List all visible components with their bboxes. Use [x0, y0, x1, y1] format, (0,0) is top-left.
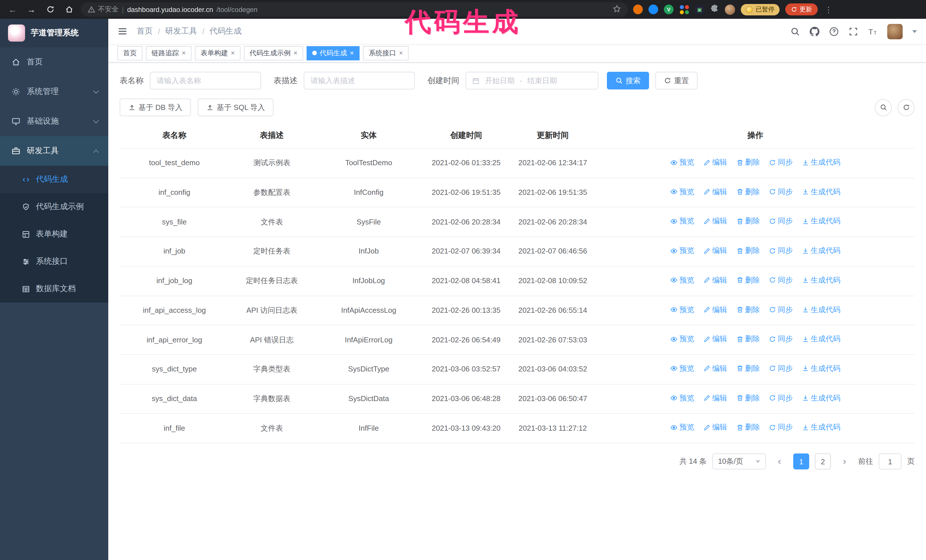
preview-link[interactable]: 预览 [670, 186, 694, 198]
edit-link[interactable]: 编辑 [703, 333, 727, 345]
tab-form-builder[interactable]: 表单构建× [195, 46, 241, 60]
extension-icon-multicolor[interactable] [679, 5, 689, 14]
sync-link[interactable]: 同步 [769, 422, 793, 433]
generate-code-link[interactable]: 生成代码 [802, 216, 841, 227]
sidebar-item-dev-tools[interactable]: 研发工具 [0, 136, 108, 166]
font-size-icon[interactable]: TT [868, 27, 878, 36]
preview-link[interactable]: 预览 [670, 157, 694, 168]
close-icon[interactable]: × [399, 50, 403, 56]
delete-link[interactable]: 删除 [736, 275, 760, 286]
sync-link[interactable]: 同步 [769, 363, 793, 374]
generate-code-link[interactable]: 生成代码 [802, 186, 841, 198]
edit-link[interactable]: 编辑 [703, 304, 727, 315]
date-start-placeholder[interactable]: 开始日期 [485, 75, 514, 86]
preview-link[interactable]: 预览 [670, 216, 694, 227]
sync-link[interactable]: 同步 [769, 245, 793, 257]
import-db-button[interactable]: 基于 DB 导入 [120, 98, 191, 116]
sync-link[interactable]: 同步 [769, 157, 793, 168]
delete-link[interactable]: 删除 [736, 245, 760, 257]
bookmark-star-icon[interactable] [613, 4, 621, 15]
page-button-1[interactable]: 1 [793, 453, 809, 469]
sidebar-item-system-management[interactable]: 系统管理 [0, 77, 108, 107]
back-icon[interactable]: ← [6, 3, 20, 16]
edit-link[interactable]: 编辑 [703, 245, 727, 257]
delete-link[interactable]: 删除 [736, 333, 760, 345]
edit-link[interactable]: 编辑 [703, 275, 727, 286]
sync-link[interactable]: 同步 [769, 275, 793, 286]
tab-system-api[interactable]: 系统接口× [363, 46, 409, 60]
preview-link[interactable]: 预览 [670, 304, 694, 315]
preview-link[interactable]: 预览 [670, 422, 694, 433]
extensions-puzzle-icon[interactable] [710, 4, 719, 15]
generate-code-link[interactable]: 生成代码 [802, 363, 841, 374]
search-icon[interactable] [790, 27, 800, 36]
fullscreen-icon[interactable] [849, 27, 858, 36]
delete-link[interactable]: 删除 [736, 422, 760, 433]
close-icon[interactable]: × [350, 50, 354, 56]
browser-menu-icon[interactable]: ⋮ [823, 5, 834, 14]
generate-code-link[interactable]: 生成代码 [802, 333, 841, 345]
breadcrumb-group[interactable]: 研发工具 [165, 26, 197, 36]
sidebar-item-infrastructure[interactable]: 基础设施 [0, 107, 108, 136]
date-end-placeholder[interactable]: 结束日期 [527, 75, 557, 86]
sidebar-item-db-docs[interactable]: 数据库文档 [0, 275, 108, 302]
import-sql-button[interactable]: 基于 SQL 导入 [198, 98, 274, 116]
breadcrumb-home[interactable]: 首页 [137, 26, 153, 36]
tab-home[interactable]: 首页 [117, 46, 142, 60]
browser-update-button[interactable]: 更新 [785, 3, 818, 15]
extension-icon-green-v[interactable]: V [664, 5, 673, 14]
tab-tracing[interactable]: 链路追踪× [146, 46, 191, 60]
refresh-table-button[interactable] [897, 99, 915, 116]
edit-link[interactable]: 编辑 [703, 363, 727, 374]
help-icon[interactable] [829, 27, 839, 36]
user-menu-caret-icon[interactable] [912, 30, 917, 33]
generate-code-link[interactable]: 生成代码 [802, 157, 841, 168]
delete-link[interactable]: 删除 [736, 216, 760, 227]
reload-icon[interactable] [43, 3, 57, 16]
edit-link[interactable]: 编辑 [703, 186, 727, 198]
date-range-picker[interactable]: 开始日期 - 结束日期 [466, 72, 598, 89]
preview-link[interactable]: 预览 [670, 245, 694, 257]
reset-button[interactable]: 重置 [655, 72, 698, 89]
goto-page-input[interactable] [879, 453, 902, 469]
preview-link[interactable]: 预览 [670, 363, 694, 374]
sidebar-collapse-icon[interactable] [117, 26, 128, 36]
delete-link[interactable]: 删除 [736, 304, 760, 315]
toggle-search-button[interactable] [875, 99, 892, 116]
close-icon[interactable]: × [231, 50, 235, 56]
url-bar[interactable]: 不安全 | dashboard.yudao.iocoder.cn/tool/co… [81, 2, 628, 17]
sync-link[interactable]: 同步 [769, 186, 793, 198]
user-avatar[interactable] [887, 24, 903, 39]
security-warning[interactable]: 不安全 [88, 5, 118, 14]
table-desc-input[interactable] [304, 72, 415, 89]
table-name-input[interactable] [150, 72, 261, 89]
sidebar-item-home[interactable]: 首页 [0, 47, 108, 77]
close-icon[interactable]: × [182, 50, 186, 56]
preview-link[interactable]: 预览 [670, 333, 694, 345]
extension-icon-dark[interactable]: ▣ [694, 5, 704, 14]
sync-link[interactable]: 同步 [769, 216, 793, 227]
generate-code-link[interactable]: 生成代码 [802, 304, 841, 315]
sync-link[interactable]: 同步 [769, 304, 793, 315]
sidebar-item-codegen[interactable]: 代码生成 [0, 166, 108, 193]
delete-link[interactable]: 删除 [736, 363, 760, 374]
paused-badge[interactable]: 已暂停 [741, 4, 779, 15]
tab-codegen[interactable]: 代码生成× [307, 46, 360, 60]
sidebar-item-form-builder[interactable]: 表单构建 [0, 220, 108, 248]
next-page-button[interactable]: › [837, 453, 852, 469]
delete-link[interactable]: 删除 [736, 186, 760, 198]
github-icon[interactable] [810, 27, 819, 36]
delete-link[interactable]: 删除 [736, 392, 760, 404]
extension-icon-blue[interactable] [649, 5, 658, 14]
search-button[interactable]: 搜索 [607, 72, 649, 89]
extension-icon-orange[interactable] [633, 5, 643, 14]
generate-code-link[interactable]: 生成代码 [802, 392, 841, 404]
page-button-2[interactable]: 2 [815, 453, 831, 469]
edit-link[interactable]: 编辑 [703, 392, 727, 404]
browser-profile-avatar[interactable] [725, 4, 735, 15]
forward-icon[interactable]: → [24, 3, 38, 16]
sync-link[interactable]: 同步 [769, 333, 793, 345]
page-size-select[interactable]: 10条/页 [712, 453, 766, 469]
preview-link[interactable]: 预览 [670, 275, 694, 286]
prev-page-button[interactable]: ‹ [772, 453, 788, 469]
